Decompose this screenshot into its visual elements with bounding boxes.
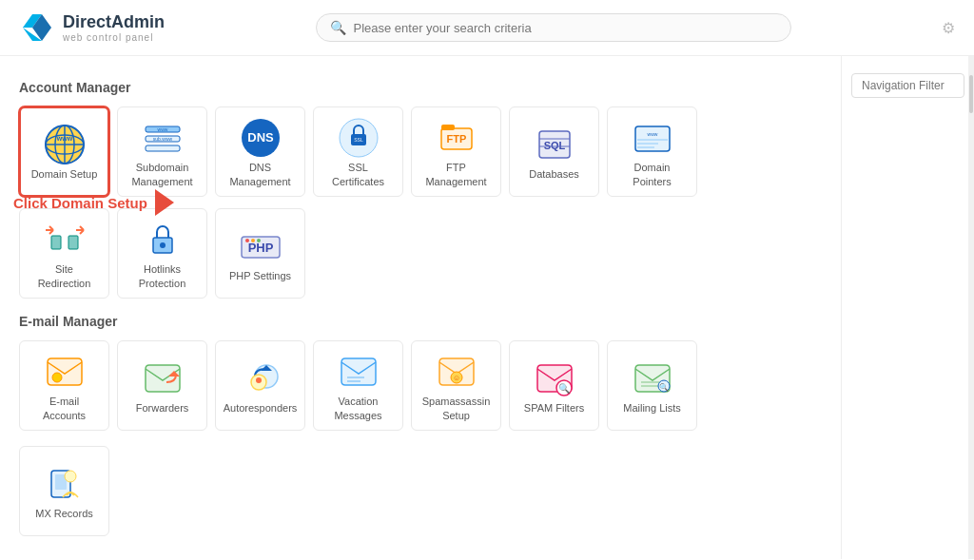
svg-text:☺: ☺ <box>452 374 459 382</box>
nav-sidebar <box>841 56 974 559</box>
svg-text:🔍: 🔍 <box>659 382 669 392</box>
svg-text:SQL: SQL <box>543 140 565 151</box>
site-redirection-label: Site Redirection <box>28 262 101 290</box>
php-settings-card[interactable]: PHP PHP Settings <box>215 208 305 299</box>
ssl-certificates-icon: SSL <box>336 115 381 161</box>
php-settings-label: PHP Settings <box>229 269 291 282</box>
search-icon: 🔍 <box>330 20 346 35</box>
search-input[interactable] <box>354 21 777 35</box>
mailing-lists-icon: 🔍 <box>630 356 675 401</box>
email-accounts-label: E-mail Accounts <box>28 395 101 422</box>
email-accounts-card[interactable]: E-mail Accounts <box>19 340 109 431</box>
spam-filters-icon: 🔍 <box>532 356 577 401</box>
databases-icon: SQL <box>532 122 577 167</box>
svg-text:FTP: FTP <box>446 133 466 145</box>
forwarders-label: Forwarders <box>136 401 189 415</box>
ftp-management-icon: FTP <box>434 115 479 161</box>
arrow-right-icon <box>155 189 174 216</box>
click-instruction-text: Click Domain Setup <box>13 195 147 211</box>
mx-records-card[interactable]: MX Records <box>19 446 109 536</box>
dns-management-label: DNS Management <box>224 161 297 188</box>
hotlinks-protection-label: Hotlinks Protection <box>126 262 199 290</box>
subdomain-management-label: Subdomain Management <box>126 161 199 188</box>
ssl-certificates-card[interactable]: SSL SSL Certificates <box>313 106 403 197</box>
spamassassin-setup-card[interactable]: ☺ Spamassassin Setup <box>411 340 501 431</box>
click-instruction: Click Domain Setup <box>13 189 174 216</box>
nav-scrollbar <box>968 56 974 559</box>
svg-text:www: www <box>647 131 657 137</box>
autoresponders-icon <box>238 356 283 401</box>
svg-rect-35 <box>51 236 61 249</box>
spam-filters-label: SPAM Filters <box>524 401 584 415</box>
logo-sub: web control panel <box>63 32 165 43</box>
main-content: Click Domain Setup Account Manager www <box>0 56 841 559</box>
svg-point-71 <box>65 471 76 482</box>
svg-rect-16 <box>146 145 180 151</box>
spamassassin-setup-label: Spamassassin Setup <box>419 395 493 422</box>
domain-pointers-icon: www <box>630 115 675 161</box>
domain-setup-label: Domain Setup <box>31 167 98 181</box>
svg-text:sub.www: sub.www <box>152 136 172 142</box>
email-manager-title: E-mail Manager <box>19 314 822 329</box>
account-manager-section: Account Manager www Domain Setup <box>19 80 822 536</box>
vacation-messages-card[interactable]: Vacation Messages <box>313 340 403 431</box>
search-bar[interactable]: 🔍 <box>316 13 791 42</box>
svg-rect-25 <box>441 125 455 130</box>
subdomain-management-icon: www sub.www <box>140 115 185 161</box>
vacation-messages-icon <box>336 349 381 395</box>
site-redirection-card[interactable]: Site Redirection <box>19 208 109 299</box>
domain-pointers-label: Domain Pointers <box>615 161 689 188</box>
svg-text:www: www <box>157 126 167 132</box>
hotlinks-protection-card[interactable]: Hotlinks Protection <box>117 208 207 299</box>
autoresponders-label: Autoresponders <box>224 401 298 415</box>
site-redirection-icon <box>42 217 88 262</box>
ftp-management-label: FTP Management <box>419 161 493 188</box>
svg-text:DNS: DNS <box>247 130 274 145</box>
account-manager-grid: www Domain Setup www <box>19 106 822 197</box>
svg-point-50 <box>245 239 249 242</box>
domain-setup-icon: www <box>42 122 88 167</box>
dns-management-icon: DNS <box>238 115 283 161</box>
mailing-lists-card[interactable]: 🔍 Mailing Lists <box>607 340 697 431</box>
databases-card[interactable]: SQL Databases <box>509 106 599 197</box>
gear-icon[interactable]: ⚙ <box>942 19 955 37</box>
svg-point-51 <box>251 239 255 242</box>
svg-text:PHP: PHP <box>247 241 273 255</box>
navigation-filter-input[interactable] <box>851 73 964 98</box>
nav-scrollbar-thumb <box>969 75 973 113</box>
email-manager-grid-2: MX Records <box>19 446 822 536</box>
domain-pointers-card[interactable]: www Domain Pointers <box>607 106 697 197</box>
layout: Click Domain Setup Account Manager www <box>0 56 974 559</box>
svg-rect-37 <box>68 236 78 249</box>
svg-point-53 <box>52 373 62 382</box>
forwarders-card[interactable]: Forwarders <box>117 340 207 431</box>
logo: DirectAdmin web control panel <box>19 10 165 46</box>
ssl-certificates-label: SSL Certificates <box>321 161 395 188</box>
account-manager-title: Account Manager <box>19 80 822 95</box>
mx-records-icon <box>42 461 88 507</box>
databases-label: Databases <box>529 167 579 181</box>
logo-name: DirectAdmin <box>63 12 165 32</box>
svg-point-52 <box>257 239 261 242</box>
hotlinks-protection-icon <box>140 217 185 262</box>
subdomain-management-card[interactable]: www sub.www Subdomain Management <box>117 106 207 197</box>
forwarders-icon <box>140 356 185 401</box>
svg-text:🔍: 🔍 <box>558 382 571 395</box>
directadmin-logo-icon <box>19 10 55 46</box>
dns-management-card[interactable]: DNS DNS Management <box>215 106 305 197</box>
ftp-management-card[interactable]: FTP FTP Management <box>411 106 501 197</box>
php-settings-icon: PHP <box>238 223 283 269</box>
mailing-lists-label: Mailing Lists <box>623 401 681 415</box>
domain-setup-card[interactable]: www Domain Setup <box>19 106 109 197</box>
spamassassin-setup-icon: ☺ <box>434 349 479 395</box>
email-manager-grid: E-mail Accounts Forwarders <box>19 340 822 431</box>
account-manager-grid-2: Site Redirection Hotlinks Protection <box>19 208 822 299</box>
logo-text: DirectAdmin web control panel <box>63 12 165 43</box>
svg-text:SSL: SSL <box>354 137 363 143</box>
spam-filters-card[interactable]: 🔍 SPAM Filters <box>509 340 599 431</box>
mx-records-label: MX Records <box>35 507 93 520</box>
autoresponders-card[interactable]: Autoresponders <box>215 340 305 431</box>
email-accounts-icon <box>42 349 88 395</box>
svg-point-58 <box>256 377 262 383</box>
vacation-messages-label: Vacation Messages <box>321 395 395 422</box>
